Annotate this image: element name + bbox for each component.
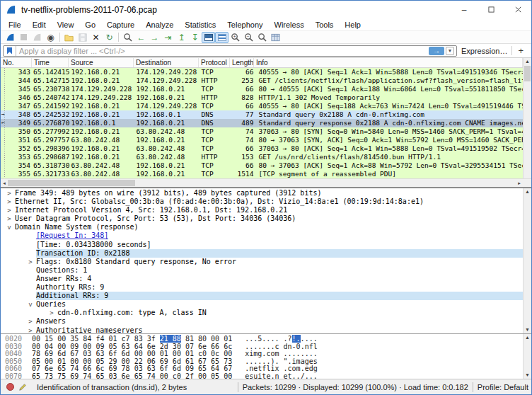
expander-closed-icon[interactable]: > <box>25 317 36 326</box>
menu-item-capture[interactable]: Capture <box>101 20 140 30</box>
go-back-icon[interactable]: ← <box>134 32 148 43</box>
scroll-up-icon[interactable]: ▲ <box>524 58 531 65</box>
expander-closed-icon[interactable]: > <box>25 326 36 334</box>
filter-bookmark-icon[interactable] <box>4 46 16 56</box>
display-filter-input[interactable] <box>16 47 429 55</box>
reload-file-icon[interactable]: ↻ <box>103 32 116 43</box>
detail-line[interactable]: >Frame 349: 489 bytes on wire (3912 bits… <box>1 189 523 198</box>
detail-line[interactable]: Answer RRs: 4 <box>1 275 523 283</box>
packet-row-345[interactable]: 34565.230738174.129.249.228192.168.0.21T… <box>1 85 523 93</box>
packet-row-354[interactable]: 35465.31873063.80.242.48192.168.0.21TCP6… <box>1 161 523 170</box>
scroll-down-icon[interactable]: ▼ <box>524 326 531 333</box>
menu-item-tools[interactable]: Tools <box>310 20 340 30</box>
detail-line[interactable]: Additional RRs: 9 <box>1 292 523 300</box>
packet-row-347[interactable]: 34765.241592192.168.0.21174.129.249.228T… <box>1 102 523 110</box>
expander-closed-icon[interactable]: > <box>25 258 36 266</box>
resize-columns-icon[interactable] <box>269 32 282 43</box>
detail-line[interactable]: >cdn-0.nflximg.com: type A, class IN <box>1 309 523 317</box>
detail-line[interactable]: [Request In: 348] <box>1 231 523 240</box>
menu-item-view[interactable]: View <box>52 20 80 30</box>
detail-line[interactable]: >Internet Protocol Version 4, Src: 192.1… <box>1 206 523 214</box>
close-button[interactable] <box>504 1 531 18</box>
expert-info-led[interactable] <box>6 383 14 391</box>
packet-row-352[interactable]: 35265.298396192.168.0.2163.80.242.48TCP6… <box>1 144 523 153</box>
packet-row-344[interactable]: 34465.142715192.168.0.21174.129.249.228H… <box>1 76 523 85</box>
detail-line[interactable]: Questions: 1 <box>1 266 523 275</box>
scroll-right-icon[interactable]: ▸ <box>516 179 523 187</box>
restart-capture-icon[interactable] <box>30 32 44 43</box>
detail-line[interactable]: >User Datagram Protocol, Src Port: 53 (5… <box>1 214 523 223</box>
packet-row-346[interactable]: 34665.240742174.129.249.228192.168.0.21H… <box>1 93 523 102</box>
maximize-button[interactable] <box>478 1 504 18</box>
expander-open-icon[interactable]: v <box>4 223 15 231</box>
column-header-length[interactable]: Length <box>230 58 254 67</box>
capture-comment-pencil-icon[interactable] <box>18 383 27 391</box>
scroll-left-icon[interactable]: ◂ <box>1 179 8 187</box>
go-forward-icon[interactable]: → <box>148 32 161 43</box>
column-header-destination[interactable]: Destination <box>134 58 199 67</box>
filter-history-caret-icon[interactable]: ▼ <box>446 47 454 55</box>
expander-closed-icon[interactable]: > <box>4 189 15 198</box>
scroll-up-icon[interactable]: ▲ <box>524 334 531 341</box>
packet-list-hscrollbar[interactable]: ◂ ▸ <box>1 178 531 187</box>
column-header-time[interactable]: Time <box>32 58 69 67</box>
packet-row-355[interactable]: 35565.32173363.80.242.48192.168.0.21TCP1… <box>1 170 523 178</box>
menu-item-statistics[interactable]: Statistics <box>179 20 221 30</box>
colorize-toggle-icon[interactable] <box>215 32 229 43</box>
stop-capture-icon[interactable] <box>17 32 30 43</box>
detail-line[interactable]: vDomain Name System (response) <box>1 223 523 231</box>
menu-item-help[interactable]: Help <box>339 20 366 30</box>
start-capture-icon[interactable] <box>4 32 17 43</box>
detail-line[interactable]: >Authoritative nameservers <box>1 326 523 334</box>
scroll-down-icon[interactable]: ▼ <box>524 372 531 379</box>
packet-row-343[interactable]: 34365.142415192.168.0.21174.129.249.228T… <box>1 68 523 76</box>
menu-item-analyze[interactable]: Analyze <box>140 20 179 30</box>
zoom-reset-icon[interactable] <box>255 32 269 43</box>
expander-closed-icon[interactable]: > <box>4 198 15 206</box>
detail-line[interactable]: >Answers <box>1 317 523 326</box>
open-file-icon[interactable] <box>62 32 76 43</box>
find-packet-icon[interactable] <box>121 32 134 43</box>
profile-button[interactable]: Profile: Default <box>478 383 528 391</box>
close-file-icon[interactable]: ✕ <box>89 32 103 43</box>
zoom-out-icon[interactable]: − <box>242 32 255 43</box>
expander-open-icon[interactable]: v <box>25 300 36 309</box>
packet-row-348[interactable]: →34865.242532192.168.0.21192.168.0.1DNS7… <box>1 110 523 119</box>
packet-list-vscrollbar[interactable]: ▲ <box>523 58 531 178</box>
detail-line[interactable]: >Flags: 0x8180 Standard query response, … <box>1 258 523 266</box>
menu-item-telephony[interactable]: Telephony <box>221 20 268 30</box>
details-vscrollbar[interactable]: ▲ ▼ <box>523 188 531 333</box>
column-header-info[interactable]: Info <box>254 58 523 67</box>
zoom-in-icon[interactable]: + <box>229 32 242 43</box>
hscroll-thumb[interactable] <box>8 180 135 186</box>
detail-line[interactable]: [Time: 0.034338000 seconds] <box>1 241 523 249</box>
packet-row-353[interactable]: 35365.298687192.168.0.2163.80.242.48HTTP… <box>1 153 523 161</box>
vscroll-thumb[interactable] <box>524 66 531 81</box>
go-first-packet-icon[interactable]: ↥ <box>175 32 188 43</box>
menu-item-file[interactable]: File <box>3 20 27 30</box>
detail-line[interactable]: vQueries <box>1 300 523 309</box>
expander-closed-icon[interactable]: > <box>46 309 57 317</box>
autoscroll-toggle-icon[interactable] <box>202 32 215 43</box>
bytes-vscrollbar[interactable]: ▲ ▼ <box>523 334 531 379</box>
hex-row-0070[interactable]: 007065 73 75 69 74 65 03 6e 65 74 00 c0 … <box>1 373 531 379</box>
capture-options-icon[interactable]: ◉ <box>44 32 57 43</box>
go-last-packet-icon[interactable]: ↧ <box>188 32 202 43</box>
go-to-packet-icon[interactable]: ⇥ <box>161 32 175 43</box>
packet-row-351[interactable]: 35165.29775763.80.242.48192.168.0.21TCP7… <box>1 136 523 144</box>
column-header-no[interactable]: No. <box>1 58 32 67</box>
menu-item-edit[interactable]: Edit <box>27 20 52 30</box>
save-file-icon[interactable] <box>76 32 89 43</box>
minimize-button[interactable]: – <box>451 1 478 18</box>
expression-button[interactable]: Expression… <box>457 47 511 55</box>
filter-add-button[interactable]: + <box>512 45 529 56</box>
packet-row-349[interactable]: ←34965.276870192.168.0.1192.168.0.21DNS4… <box>1 119 523 127</box>
column-header-source[interactable]: Source <box>69 58 134 67</box>
detail-line[interactable]: >Ethernet II, Src: Globalsc_00:3b:0a (f0… <box>1 198 523 206</box>
column-header-protocol[interactable]: Protocol <box>199 58 230 67</box>
menu-item-go[interactable]: Go <box>79 20 101 30</box>
menu-item-wireless[interactable]: Wireless <box>269 20 310 30</box>
detail-line[interactable]: Transaction ID: 0x2188 <box>1 249 523 258</box>
filter-apply-button[interactable]: → <box>429 47 444 55</box>
expander-closed-icon[interactable]: > <box>4 206 15 214</box>
